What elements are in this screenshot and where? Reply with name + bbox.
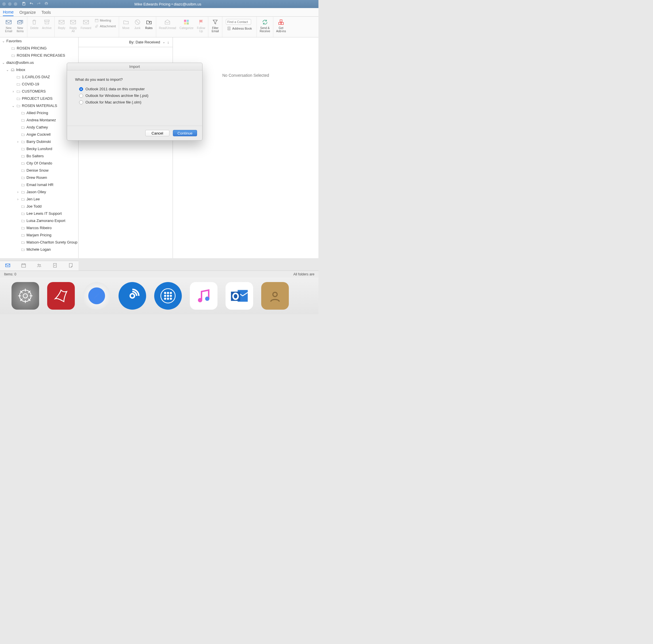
read-unread-button[interactable]: Read/Unread [158, 18, 177, 30]
rosen-subfolder[interactable]: Lee Lewis IT Support [0, 210, 78, 217]
junk-button[interactable]: Junk [132, 18, 143, 30]
tab-home[interactable]: Home [3, 9, 14, 16]
archive-button[interactable]: Archive [41, 18, 53, 30]
import-option-outlook2011[interactable]: Outlook 2011 data on this computer [75, 86, 194, 92]
dock-music-icon[interactable] [190, 282, 217, 309]
ribbon: New Email New Items Delete Archive Reply… [0, 17, 318, 38]
attachment-button[interactable]: Attachment [94, 24, 117, 29]
save-icon[interactable] [22, 2, 26, 7]
svg-rect-6 [59, 20, 64, 24]
import-option-pst[interactable]: Outlook for Windows archive file (.pst) [75, 92, 194, 99]
new-items-button[interactable]: New Items [15, 18, 25, 33]
ribbon-tabs: Home Organize Tools [0, 8, 318, 17]
sidebar-nav-tabs [0, 261, 78, 271]
print-icon[interactable] [44, 2, 48, 7]
forward-button[interactable]: Forward [79, 18, 92, 30]
radio-icon [79, 87, 83, 91]
dock-contacts-icon[interactable] [261, 282, 289, 309]
redo-icon[interactable] [37, 2, 41, 7]
minimize-window-button[interactable] [8, 2, 11, 6]
move-button[interactable]: Move [121, 18, 131, 30]
svg-rect-19 [280, 20, 282, 22]
mail-tab-icon[interactable] [5, 263, 10, 269]
get-addins-button[interactable]: Get Add-ins [275, 18, 287, 33]
envelope-stack-icon [17, 18, 24, 26]
reply-all-button[interactable]: Reply All [68, 18, 78, 33]
svg-rect-7 [71, 20, 76, 24]
continue-button[interactable]: Continue [173, 130, 197, 136]
favorite-folder[interactable]: ROSEN PRICE INCREASES [0, 52, 78, 59]
dock-acrobat-icon[interactable] [47, 282, 75, 309]
tab-tools[interactable]: Tools [42, 9, 51, 16]
rosen-subfolder[interactable]: Marjam Pricing [0, 231, 78, 239]
dock-app2-icon[interactable] [154, 282, 182, 309]
chevron-down-icon[interactable]: ⌄ [163, 40, 165, 44]
favorite-folder[interactable]: ROSEN PRICING [0, 45, 78, 52]
svg-point-37 [170, 298, 172, 300]
svg-point-40 [205, 297, 210, 301]
maximize-window-button[interactable] [14, 2, 17, 6]
svg-point-36 [167, 298, 169, 300]
svg-rect-8 [83, 20, 88, 24]
follow-up-button[interactable]: Follow Up [196, 18, 206, 33]
arrow-down-icon[interactable]: ↓ [167, 40, 169, 44]
send-receive-button[interactable]: Send & Receive [259, 18, 271, 33]
rosen-subfolder[interactable]: Emad Ismail HR [0, 181, 78, 188]
rosen-subfolder[interactable]: Joe Todd [0, 203, 78, 210]
svg-rect-5 [44, 20, 49, 22]
quick-access-toolbar [22, 2, 48, 7]
dialog-question: What do you want to import? [75, 77, 194, 82]
dock-settings-icon[interactable] [11, 282, 39, 309]
folder-move-icon [122, 18, 130, 26]
undo-icon[interactable] [29, 2, 33, 7]
svg-rect-12 [187, 20, 189, 22]
rosen-subfolder[interactable]: Luisa Zamorano Export [0, 217, 78, 224]
address-book-button[interactable]: Address Book [226, 26, 253, 31]
reply-all-icon [69, 18, 77, 26]
svg-rect-13 [184, 22, 186, 24]
forward-icon [82, 18, 90, 26]
dock-safari-icon[interactable] [83, 282, 111, 309]
calendar-tab-icon[interactable] [21, 263, 26, 269]
rules-button[interactable]: Rules [144, 18, 154, 30]
svg-point-32 [164, 295, 166, 297]
import-option-olm[interactable]: Outlook for Mac archive file (.olm) [75, 99, 194, 105]
dock-app1-icon[interactable] [119, 282, 146, 309]
reply-button[interactable]: Reply [56, 18, 67, 30]
rosen-subfolder[interactable]: Denise Snow [0, 167, 78, 174]
rosen-subfolder[interactable]: Drew Rosen [0, 174, 78, 181]
message-list-header: By: Date Received ⌄ ↓ [78, 38, 173, 47]
sort-label[interactable]: By: Date Received [129, 40, 160, 44]
close-window-button[interactable] [2, 2, 6, 6]
dialog-title: Import [67, 63, 202, 70]
find-contact-input[interactable] [226, 19, 251, 25]
dock-outlook-icon[interactable] [225, 282, 253, 309]
rosen-subfolder[interactable]: Bo Salters [0, 152, 78, 159]
categorize-button[interactable]: Categorize [178, 18, 194, 30]
rosen-subfolder[interactable]: Matson-Charlton Surety Group [0, 239, 78, 246]
svg-rect-9 [95, 19, 98, 22]
rosen-subfolder[interactable]: ›Jen Lee [0, 196, 78, 203]
people-tab-icon[interactable] [37, 263, 42, 269]
rosen-subfolder[interactable]: Marcos Ribeiro [0, 224, 78, 231]
rosen-subfolder[interactable]: Michele Logan [0, 246, 78, 253]
rosen-subfolder[interactable]: Becky Lunsford [0, 145, 78, 152]
tab-organize[interactable]: Organize [19, 9, 36, 16]
rosen-subfolder[interactable]: City Of Orlando [0, 159, 78, 167]
cancel-button[interactable]: Cancel [145, 130, 169, 136]
dock [0, 277, 318, 314]
filter-icon [212, 18, 219, 26]
favorites-header[interactable]: ⌄Favorites [0, 38, 78, 45]
svg-rect-18 [281, 22, 283, 24]
meeting-button[interactable]: Meeting [94, 18, 117, 23]
rosen-subfolder[interactable]: ›Jason Olley [0, 188, 78, 196]
import-dialog: Import What do you want to import? Outlo… [67, 63, 202, 141]
filter-email-button[interactable]: Filter Email [210, 18, 220, 33]
svg-rect-1 [45, 3, 47, 5]
flag-icon [197, 18, 205, 26]
new-email-button[interactable]: New Email [3, 18, 14, 33]
tasks-tab-icon[interactable] [52, 263, 57, 269]
svg-rect-11 [184, 20, 186, 22]
delete-button[interactable]: Delete [29, 18, 40, 30]
notes-tab-icon[interactable] [68, 263, 73, 269]
